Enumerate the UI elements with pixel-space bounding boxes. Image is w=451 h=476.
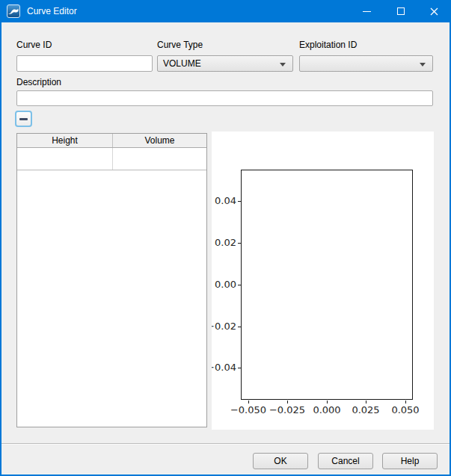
table-row[interactable]	[17, 148, 206, 170]
window-title: Curve Editor	[27, 6, 350, 16]
table-header: Height Volume	[17, 134, 206, 148]
y-tick-label: 0.04	[212, 194, 236, 208]
minimize-button[interactable]	[350, 0, 384, 22]
maximize-button[interactable]	[384, 0, 417, 22]
chevron-down-icon	[280, 63, 286, 67]
maximize-icon	[397, 7, 405, 15]
y-tick	[238, 243, 241, 244]
y-tick-label: 0.00	[212, 278, 236, 291]
curve-type-select[interactable]: VOLUME	[157, 55, 293, 72]
chevron-down-icon	[420, 63, 426, 67]
x-tick-label: −0.025	[265, 404, 310, 417]
column-header-volume[interactable]: Volume	[113, 134, 206, 147]
x-tick-label: 0.000	[304, 404, 349, 417]
app-curve-icon	[7, 4, 20, 18]
points-table[interactable]: Height Volume	[16, 133, 207, 427]
titlebar[interactable]: Curve Editor	[0, 0, 451, 22]
y-tick-label: −0.02	[212, 320, 236, 333]
minus-icon	[19, 118, 28, 120]
footer-separator-highlight	[1, 444, 450, 445]
y-tick	[238, 368, 241, 368]
description-label: Description	[16, 77, 61, 87]
cancel-button[interactable]: Cancel	[318, 453, 373, 469]
curve-id-label: Curve ID	[16, 40, 52, 50]
x-tick-label: 0.025	[343, 404, 388, 417]
description-input[interactable]	[16, 90, 433, 106]
close-icon	[430, 7, 438, 16]
x-tick-label: −0.050	[226, 404, 271, 417]
curve-type-label: Curve Type	[157, 40, 203, 50]
curve-editor-dialog: Curve Editor Curve ID Curve Type Exploit…	[0, 0, 451, 476]
curve-id-input[interactable]	[16, 55, 153, 72]
y-tick-label: 0.02	[212, 236, 236, 250]
plot-axes	[241, 170, 413, 400]
exploitation-id-label: Exploitation ID	[299, 40, 357, 50]
help-button[interactable]: Help	[382, 453, 438, 469]
cell-height[interactable]	[17, 148, 113, 170]
cell-volume[interactable]	[113, 148, 206, 170]
ok-button[interactable]: OK	[253, 453, 308, 469]
y-tick	[238, 201, 241, 202]
minimize-icon	[363, 11, 371, 12]
x-tick-label: 0.050	[383, 404, 428, 417]
exploitation-id-select[interactable]	[299, 55, 433, 72]
curve-plot: 0.04 0.02 0.00 −0.02 −0.04 −0.050 −0.025…	[212, 132, 434, 430]
curve-type-value: VOLUME	[163, 58, 201, 69]
y-tick	[238, 285, 241, 285]
y-tick	[238, 327, 241, 327]
close-button[interactable]	[417, 0, 451, 22]
column-header-height[interactable]: Height	[17, 134, 113, 147]
remove-row-button[interactable]	[15, 111, 32, 127]
y-tick-label: −0.04	[212, 361, 236, 374]
